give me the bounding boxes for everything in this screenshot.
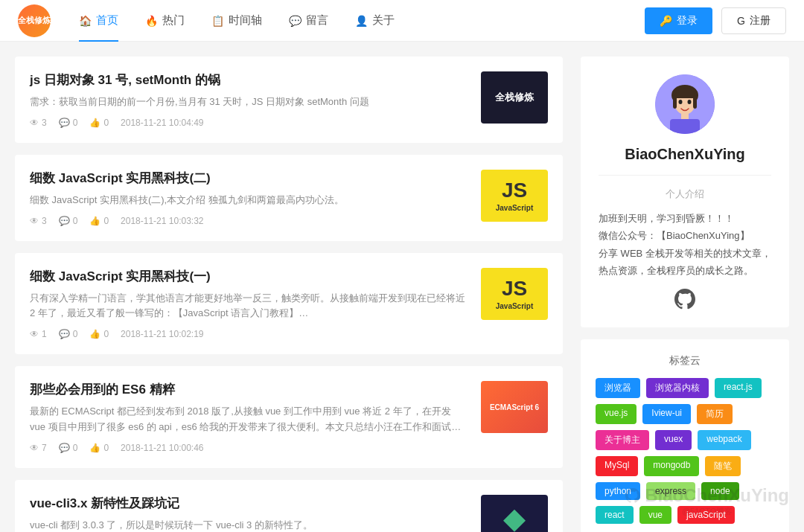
- header: 全栈修炼 🏠 首页 🔥 热门 📋 时间轴 💬 留言 👤 关于 🔑 登录 G: [0, 0, 804, 42]
- tag-item[interactable]: react.js: [715, 378, 762, 398]
- article-meta: 👁 7 💬 0 👍 0 2018-11-21 10:00:46: [30, 443, 469, 453]
- article-title[interactable]: 细数 JavaScript 实用黑科技(一): [30, 268, 469, 285]
- article-meta: 👁 3 💬 0 👍 0 2018-11-21 10:04:49: [30, 118, 469, 128]
- publish-date: 2018-11-21 10:04:49: [121, 118, 203, 128]
- eye-icon: 👁: [30, 118, 39, 128]
- username: BiaoChenXuYing: [599, 146, 771, 163]
- comment-icon: 💬: [59, 216, 70, 226]
- thumb-fullstack-img: 全栈修炼: [481, 71, 548, 124]
- fire-icon: 🔥: [145, 15, 158, 27]
- publish-date: 2018-11-21 10:00:46: [121, 443, 203, 453]
- publish-date: 2018-11-21 10:02:19: [121, 329, 203, 339]
- tag-item[interactable]: MySql: [596, 456, 638, 476]
- tag-item[interactable]: 简历: [697, 404, 733, 424]
- svg-rect-4: [693, 95, 697, 109]
- register-button[interactable]: G 注册: [721, 7, 786, 34]
- article-thumbnail: ECMAScript 6: [481, 381, 548, 433]
- article-desc: 最新的 ECMAScript 都已经到发布到 2018 版了,从接触 vue 到…: [30, 404, 469, 435]
- article-meta: 👁 3 💬 0 👍 0 2018-11-21 10:03:32: [30, 216, 469, 226]
- tag-item[interactable]: 浏览器内核: [646, 378, 709, 398]
- view-count: 👁 3: [30, 216, 47, 226]
- nav-hot[interactable]: 🔥 热门: [132, 0, 198, 42]
- avatar: [655, 74, 715, 134]
- like-icon: 👍: [89, 443, 100, 453]
- like-count: 👍 0: [89, 216, 109, 226]
- tag-item[interactable]: Iview-ui: [642, 404, 691, 424]
- article-title[interactable]: js 日期对象 31 号, setMonth 的锅: [30, 71, 469, 89]
- tags-card: 标签云 浏览器浏览器内核react.jsvue.jsIview-ui简历关于博主…: [581, 339, 789, 532]
- tag-item[interactable]: vuex: [655, 430, 692, 450]
- article-meta: 👁 1 💬 0 👍 0 2018-11-21 10:02:19: [30, 329, 469, 339]
- article-thumbnail: 全栈修炼: [481, 71, 548, 124]
- article-title[interactable]: 那些必会用到的 ES6 精粹: [30, 381, 469, 398]
- article-desc: 细数 JavaScript 实用黑科技(二),本文介绍 独孤九剑和两篇最高内功心…: [30, 193, 469, 208]
- logo-text: 全栈修炼: [18, 16, 51, 25]
- view-count: 👁 1: [30, 329, 47, 339]
- vue-diamond-icon: [503, 510, 526, 532]
- comment-icon: 💬: [59, 118, 70, 128]
- eye-icon: 👁: [30, 329, 39, 339]
- svg-rect-8: [670, 119, 700, 134]
- tag-item[interactable]: mongodb: [644, 456, 699, 476]
- main-nav: 🏠 首页 🔥 热门 📋 时间轴 💬 留言 👤 关于: [66, 0, 408, 42]
- tag-item[interactable]: 随笔: [705, 456, 741, 476]
- article-body: js 日期对象 31 号, setMonth 的锅 需求：获取当前日期的前一个月…: [30, 71, 469, 128]
- intro-section: 个人介绍 加班到天明，学习到昏厥！！！ 微信公众号：【BiaoChenXuYin…: [599, 175, 771, 310]
- logo[interactable]: 全栈修炼: [18, 4, 51, 37]
- eye-icon: 👁: [30, 216, 39, 226]
- home-icon: 🏠: [79, 15, 92, 27]
- tag-item[interactable]: python: [596, 482, 640, 500]
- article-body: 细数 JavaScript 实用黑科技(二) 细数 JavaScript 实用黑…: [30, 170, 469, 226]
- article-card: 细数 JavaScript 实用黑科技(二) 细数 JavaScript 实用黑…: [15, 155, 563, 241]
- tag-item[interactable]: react: [596, 506, 634, 524]
- article-list: js 日期对象 31 号, setMonth 的锅 需求：获取当前日期的前一个月…: [15, 57, 563, 532]
- comment-count: 💬 0: [59, 118, 78, 128]
- article-body: 那些必会用到的 ES6 精粹 最新的 ECMAScript 都已经到发布到 20…: [30, 381, 469, 453]
- github-link[interactable]: [599, 289, 771, 310]
- tag-item[interactable]: 浏览器: [596, 378, 640, 398]
- comment-count: 💬 0: [59, 443, 78, 453]
- tag-item[interactable]: express: [646, 482, 695, 500]
- like-count: 👍 0: [89, 443, 109, 453]
- article-desc: vue-cli 都到 3.0.3 了，所以是时候玩转一下 vue-cli 3 的…: [30, 518, 469, 532]
- login-button[interactable]: 🔑 登录: [645, 7, 712, 34]
- tag-item[interactable]: node: [701, 482, 739, 500]
- article-card: vue-cli3.x 新特性及踩坑记 vue-cli 都到 3.0.3 了，所以…: [15, 480, 563, 532]
- like-icon: 👍: [89, 329, 100, 339]
- nav-timeline[interactable]: 📋 时间轴: [198, 0, 275, 42]
- article-card: 细数 JavaScript 实用黑科技(一) 只有深入学精一门语言，学其他语言才…: [15, 253, 563, 355]
- tag-item[interactable]: vue: [639, 506, 671, 524]
- comment-count: 💬 0: [59, 216, 78, 226]
- nav-message[interactable]: 💬 留言: [275, 0, 342, 42]
- view-count: 👁 3: [30, 118, 47, 128]
- register-icon: G: [737, 15, 745, 27]
- tag-item[interactable]: webpack: [698, 430, 750, 450]
- like-count: 👍 0: [89, 329, 109, 339]
- profile-card: BiaoChenXuYing 个人介绍 加班到天明，学习到昏厥！！！ 微信公众号…: [581, 57, 789, 327]
- header-actions: 🔑 登录 G 注册: [645, 7, 786, 34]
- comment-icon: 💬: [59, 443, 70, 453]
- article-thumbnail: JS JavaScript: [481, 268, 548, 320]
- tag-item[interactable]: vue.js: [596, 404, 636, 424]
- user-icon: 👤: [355, 15, 368, 27]
- login-icon: 🔑: [660, 15, 672, 27]
- article-title[interactable]: vue-cli3.x 新特性及踩坑记: [30, 495, 469, 512]
- tags-cloud: 浏览器浏览器内核react.jsvue.jsIview-ui简历关于博主vuex…: [596, 378, 774, 524]
- like-icon: 👍: [89, 216, 100, 226]
- article-body: vue-cli3.x 新特性及踩坑记 vue-cli 都到 3.0.3 了，所以…: [30, 495, 469, 532]
- article-desc: 只有深入学精一门语言，学其他语言才能更好地举一反三，触类旁听。从接触前端开发到现…: [30, 291, 469, 322]
- nav-home[interactable]: 🏠 首页: [66, 0, 132, 42]
- like-icon: 👍: [89, 118, 100, 128]
- article-desc: 需求：获取当前日期的前一个月份,当月有 31 天时，JS 日期对象 setMon…: [30, 94, 469, 110]
- thumb-ecma-img: ECMAScript 6: [481, 381, 548, 433]
- article-thumbnail: JS JavaScript: [481, 170, 548, 222]
- article-thumbnail: [481, 495, 548, 532]
- tag-item[interactable]: 关于博主: [596, 430, 649, 450]
- comment-count: 💬 0: [59, 329, 78, 339]
- tag-item[interactable]: javaScript: [677, 506, 735, 524]
- article-title[interactable]: 细数 JavaScript 实用黑科技(二): [30, 170, 469, 187]
- message-icon: 💬: [289, 15, 302, 27]
- nav-about[interactable]: 👤 关于: [342, 0, 408, 42]
- tags-title: 标签云: [596, 354, 774, 368]
- svg-point-6: [688, 100, 692, 104]
